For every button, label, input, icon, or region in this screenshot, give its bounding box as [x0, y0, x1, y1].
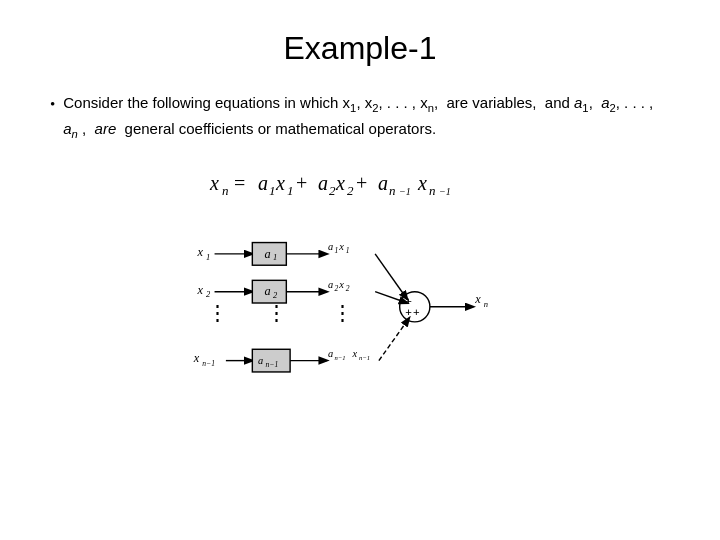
svg-text:−1: −1: [439, 186, 451, 197]
svg-text:=: =: [234, 172, 245, 194]
svg-text:a: a: [328, 241, 333, 252]
block-diagram: x 1 a 1 a 1 x 1 x 2 a 2 a 2: [50, 220, 670, 510]
svg-text:x: x: [417, 172, 427, 194]
svg-text:x: x: [338, 279, 344, 290]
svg-text:a: a: [328, 279, 333, 290]
svg-text:n−1: n−1: [266, 360, 279, 369]
svg-text:x: x: [197, 282, 204, 296]
svg-text:a: a: [378, 172, 388, 194]
svg-text:⋮: ⋮: [266, 301, 287, 324]
svg-text:x: x: [193, 351, 200, 365]
svg-text:n: n: [429, 183, 436, 198]
svg-text:x: x: [338, 241, 344, 252]
svg-text:n: n: [389, 183, 396, 198]
svg-text:a: a: [328, 348, 333, 359]
svg-text:1: 1: [346, 246, 350, 255]
svg-text:n: n: [484, 299, 488, 309]
svg-text:1: 1: [269, 183, 276, 198]
equation-svg: x n = a 1 x 1 + a 2 x 2 + a n −1 x n −1: [200, 162, 520, 202]
svg-text:x: x: [209, 172, 219, 194]
svg-text:n−1: n−1: [359, 354, 370, 361]
svg-text:2: 2: [335, 284, 339, 293]
svg-text:1: 1: [335, 246, 339, 255]
svg-line-61: [379, 318, 409, 361]
page-title: Example-1: [50, 30, 670, 67]
svg-text:a: a: [258, 172, 268, 194]
svg-text:⋮: ⋮: [332, 301, 353, 324]
svg-text:n: n: [222, 183, 229, 198]
svg-text:+: +: [296, 172, 307, 194]
svg-text:n−1: n−1: [202, 359, 215, 368]
svg-text:x: x: [474, 292, 481, 306]
svg-text:2: 2: [347, 183, 354, 198]
svg-text:1: 1: [206, 251, 210, 261]
svg-text:+: +: [356, 172, 367, 194]
svg-text:2: 2: [206, 289, 211, 299]
svg-line-59: [375, 254, 407, 299]
svg-text:−1: −1: [399, 186, 411, 197]
svg-text:1: 1: [273, 252, 277, 262]
svg-text:+: +: [413, 306, 420, 318]
equation-display: x n = a 1 x 1 + a 2 x 2 + a n −1 x n −1: [50, 162, 670, 202]
svg-text:⋮: ⋮: [207, 301, 228, 324]
svg-text:x: x: [335, 172, 345, 194]
svg-text:a: a: [265, 247, 271, 261]
svg-text:+: +: [405, 306, 412, 318]
svg-text:a: a: [258, 355, 263, 366]
svg-text:1: 1: [287, 183, 294, 198]
svg-text:2: 2: [346, 284, 350, 293]
svg-text:a: a: [265, 284, 271, 298]
diagram-svg: x 1 a 1 a 1 x 1 x 2 a 2 a 2: [190, 220, 530, 420]
svg-text:x: x: [351, 348, 357, 359]
svg-text:+: +: [405, 295, 412, 307]
svg-text:n−1: n−1: [335, 354, 346, 361]
svg-text:a: a: [318, 172, 328, 194]
svg-text:x: x: [275, 172, 285, 194]
svg-text:2: 2: [329, 183, 336, 198]
bullet-point: • Consider the following equations in wh…: [50, 91, 670, 144]
svg-text:x: x: [197, 245, 204, 259]
bullet-text: Consider the following equations in whic…: [63, 91, 670, 144]
bullet-symbol: •: [50, 93, 55, 116]
